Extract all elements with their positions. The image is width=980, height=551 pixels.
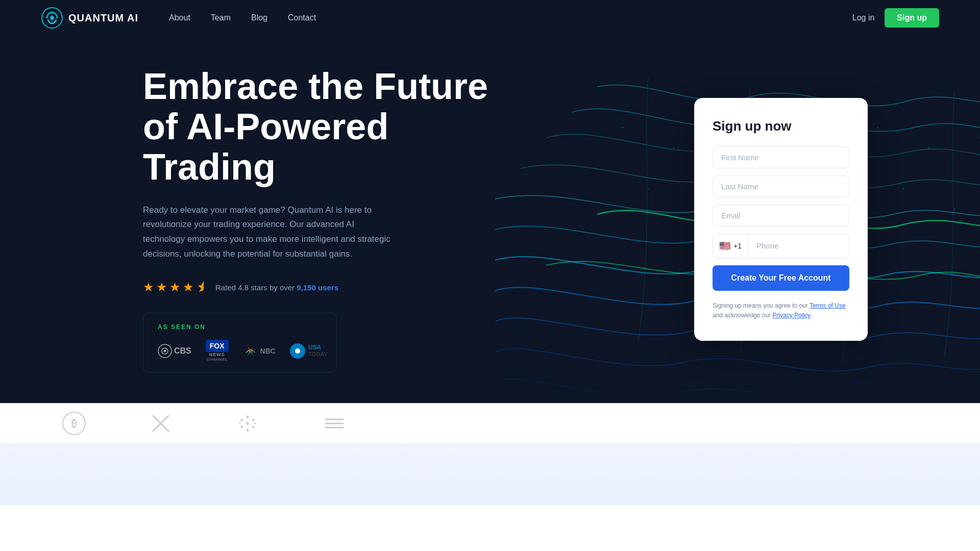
- fox-news-logo: FOX NEWS CHANNEL: [206, 340, 229, 362]
- nav-item-blog[interactable]: Blog: [251, 13, 267, 22]
- as-seen-on-box: AS SEEN ON CBS FOX NEWS: [143, 313, 337, 372]
- form-title: Sign up now: [713, 118, 849, 134]
- crypto-bitcoin: ₿: [61, 411, 87, 436]
- media-logos: CBS FOX NEWS CHANNEL: [158, 340, 322, 362]
- terms-of-use-link[interactable]: Terms of Use: [810, 302, 846, 309]
- crypto-monero: [322, 411, 347, 436]
- crypto-cardano: [235, 411, 260, 436]
- nav-item-about[interactable]: About: [169, 13, 190, 22]
- as-seen-on-label: AS SEEN ON: [158, 323, 322, 331]
- brand-name: QUANTUM AI: [68, 12, 138, 24]
- signup-button[interactable]: Sign up: [885, 8, 939, 28]
- svg-point-26: [247, 416, 249, 418]
- rating-text: Rated 4.8 stars by over 9,150 users: [215, 283, 338, 292]
- quantum-ai-logo-icon: [41, 7, 63, 29]
- crypto-xrp: [148, 411, 174, 436]
- bottom-section: [0, 444, 980, 505]
- nbc-logo: NBC: [243, 345, 276, 357]
- svg-text:₿: ₿: [71, 418, 77, 429]
- star-rating: ★ ★ ★ ★ ⯨: [143, 280, 208, 294]
- phone-row: 🇺🇸 +1: [713, 234, 849, 258]
- svg-point-10: [648, 188, 649, 190]
- svg-point-25: [246, 422, 249, 425]
- logo-area[interactable]: QUANTUM AI: [41, 7, 138, 29]
- first-name-input[interactable]: [713, 146, 849, 168]
- hero-title: Embrace the Future of AI-Powered Trading: [143, 66, 531, 188]
- users-count-link[interactable]: 9,150 users: [297, 283, 338, 292]
- svg-point-30: [241, 425, 243, 428]
- star-4: ★: [183, 280, 194, 294]
- cbs-logo: CBS: [158, 344, 191, 358]
- star-3: ★: [169, 280, 181, 294]
- svg-point-8: [928, 147, 930, 149]
- svg-point-31: [252, 425, 255, 428]
- svg-point-29: [252, 419, 255, 421]
- nav-links: About Team Blog Contact: [169, 13, 316, 22]
- country-flag: 🇺🇸: [719, 240, 730, 252]
- star-5: ⯨: [196, 280, 208, 294]
- nav-item-contact[interactable]: Contact: [288, 13, 316, 22]
- phone-input[interactable]: [748, 234, 849, 258]
- svg-point-15: [903, 188, 904, 190]
- signup-form-card: Sign up now 🇺🇸 +1 Create Your Free Accou…: [694, 98, 868, 341]
- nav-right: Log in Sign up: [852, 8, 939, 28]
- svg-point-16: [954, 209, 955, 210]
- hero-description: Ready to elevate your market game? Quant…: [143, 203, 398, 262]
- phone-country-selector[interactable]: 🇺🇸 +1: [713, 234, 748, 258]
- privacy-policy-link[interactable]: Privacy Policy: [772, 312, 810, 319]
- star-2: ★: [156, 280, 167, 294]
- svg-point-2: [622, 127, 624, 129]
- svg-point-28: [241, 419, 243, 421]
- rating-row: ★ ★ ★ ★ ⯨ Rated 4.8 stars by over 9,150 …: [143, 280, 531, 294]
- form-disclaimer: Signing up means you agree to our Terms …: [713, 301, 849, 320]
- login-button[interactable]: Log in: [852, 13, 875, 22]
- svg-point-7: [877, 127, 879, 129]
- svg-point-32: [239, 422, 241, 424]
- create-account-button[interactable]: Create Your Free Account: [713, 265, 849, 291]
- svg-point-27: [247, 429, 249, 432]
- email-input[interactable]: [713, 205, 849, 227]
- svg-point-20: [249, 349, 253, 353]
- nav-item-team[interactable]: Team: [211, 13, 231, 22]
- hero-left: Embrace the Future of AI-Powered Trading…: [143, 66, 531, 372]
- country-code: +1: [733, 242, 742, 250]
- svg-point-3: [673, 147, 675, 149]
- svg-point-33: [254, 422, 256, 424]
- navbar: QUANTUM AI About Team Blog Contact Log i…: [0, 0, 980, 36]
- usa-today-logo: USA TODAY: [290, 343, 328, 359]
- crypto-ticker-bar: ₿: [0, 403, 980, 444]
- hero-section: Embrace the Future of AI-Powered Trading…: [0, 36, 980, 403]
- star-1: ★: [143, 280, 154, 294]
- last-name-input[interactable]: [713, 176, 849, 197]
- svg-point-19: [164, 349, 166, 352]
